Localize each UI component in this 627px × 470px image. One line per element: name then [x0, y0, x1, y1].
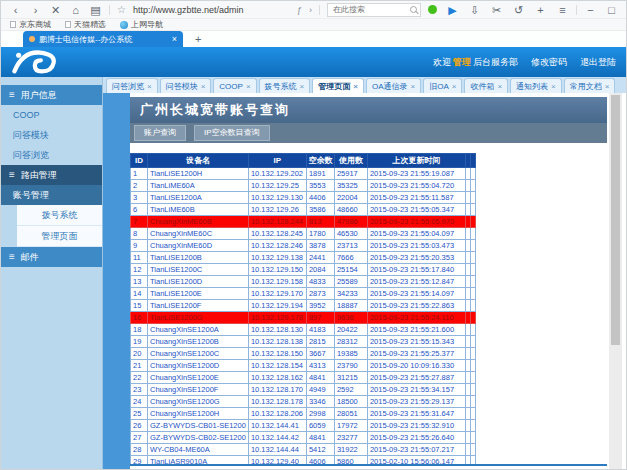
table-cell: 4841	[306, 432, 334, 444]
page-tab-label: 收件箱	[470, 81, 494, 92]
table-cell: 6	[131, 204, 148, 216]
table-cell: 2015-09-23 21:55:11.587	[367, 192, 465, 204]
change-password-link[interactable]: 修改密码	[531, 56, 567, 69]
department-label: 后台服务部	[473, 56, 518, 69]
table-cell: 19385	[334, 348, 367, 360]
back-icon[interactable]: ‹	[9, 2, 22, 18]
download-icon[interactable]: ⇩	[468, 2, 481, 18]
account-table: ID设备名IP空余数使用数上次更新时间1TianLiSE1200H10.132.…	[130, 153, 476, 466]
bookmark-item[interactable]: 京东商城	[10, 19, 51, 30]
undo-icon[interactable]: ↺	[512, 2, 525, 18]
menu-icon[interactable]: ≡	[556, 2, 569, 18]
sidebar-item[interactable]: ≡邮件	[1, 247, 102, 267]
menu-icon: ≡	[9, 247, 15, 267]
restore-icon[interactable]: □	[605, 2, 618, 18]
wechat-icon[interactable]	[428, 5, 437, 14]
search-box[interactable]	[327, 3, 421, 17]
page-tab[interactable]: 问答模块×	[160, 78, 212, 93]
sidebar-item[interactable]: 拨号系统	[17, 205, 102, 226]
close-icon[interactable]: ×	[201, 82, 206, 91]
table-row: 25ChuangXinSE1200H10.132.128.20629982805…	[131, 408, 476, 420]
new-tab-button[interactable]: +	[195, 32, 201, 47]
close-icon[interactable]: ×	[172, 34, 177, 44]
table-cell	[470, 420, 475, 432]
scissors-icon[interactable]: ✂	[490, 2, 503, 18]
sidebar-item[interactable]: ≡用户信息	[1, 85, 102, 105]
sidebar-item[interactable]: 账号管理	[1, 185, 102, 205]
table-cell: 9636	[334, 312, 367, 324]
table-cell: 3586	[306, 204, 334, 216]
sidebar-item[interactable]: 问答模块	[1, 125, 102, 145]
add-icon[interactable]: +	[534, 2, 547, 18]
address-bar[interactable]: http://www.gzbtte.net/admin	[133, 5, 244, 15]
table-cell: 48660	[334, 204, 367, 216]
search-icon[interactable]	[410, 6, 417, 13]
page-tab-label: 旧OA	[429, 81, 449, 92]
close-icon[interactable]: ×	[452, 82, 457, 91]
table-cell: 10.132.128.170	[248, 384, 306, 396]
table-cell: 21	[131, 360, 148, 372]
close-icon[interactable]: ×	[551, 82, 556, 91]
close-icon[interactable]: ×	[410, 82, 415, 91]
table-cell: TianLiME60B	[148, 204, 249, 216]
search-input[interactable]	[331, 4, 399, 15]
sidebar-item[interactable]: 问答浏览	[1, 145, 102, 165]
home-icon[interactable]: ⌂	[69, 2, 82, 18]
sidebar-item[interactable]: 管理页面	[17, 226, 102, 247]
close-icon[interactable]: ×	[246, 82, 251, 91]
table-cell	[470, 192, 475, 204]
browser-tab[interactable]: 鹏博士电信传媒--办公系统 ×	[23, 31, 183, 47]
close-icon[interactable]: ×	[147, 82, 152, 91]
page-tab[interactable]: 管理页面×	[312, 78, 364, 93]
bookmark-star-icon[interactable]: ☆	[117, 4, 126, 15]
close-icon[interactable]: ×	[300, 82, 305, 91]
table-cell: ChuangXinME60B	[148, 216, 249, 228]
page-tab[interactable]: 旧OA×	[423, 78, 462, 93]
table-cell: TianLiSE1200H	[148, 168, 249, 180]
page-tab-label: 拨号系统	[265, 81, 297, 92]
content-panel: 广州长城宽带账号查询 账户查询 IP空余数目查询 ID设备名IP空余数使用数上次…	[130, 93, 607, 466]
table-cell: 5860	[334, 456, 367, 467]
table-cell	[470, 324, 475, 336]
chevron-right-icon[interactable]: ›	[309, 5, 312, 15]
page-tab[interactable]: 常用文档×	[564, 78, 616, 93]
browser-toolbar: ‹›✕⌂▤ ☆ http://www.gzbtte.net/admin ƒ › …	[1, 1, 626, 19]
toolbar-divider	[319, 5, 320, 15]
bookmark-item[interactable]: 上网导航	[120, 19, 163, 30]
forward-icon[interactable]: ›	[29, 2, 42, 18]
logout-link[interactable]: 退出登陆	[580, 56, 616, 69]
page-tab[interactable]: 收件箱×	[464, 78, 508, 93]
scrollbar-thumb[interactable]	[611, 95, 620, 345]
account-query-button[interactable]: 账户查询	[134, 125, 186, 141]
play-icon[interactable]: ▶	[446, 2, 459, 18]
page-tab[interactable]: 问答浏览×	[106, 78, 158, 93]
close-icon[interactable]: ×	[353, 82, 358, 91]
page-tab[interactable]: COOP×	[213, 78, 256, 93]
table-cell: ChuangXinSE1200A	[148, 324, 249, 336]
bookmark-item[interactable]: 天猫精选	[65, 19, 106, 30]
table-cell: 12	[131, 264, 148, 276]
column-header: 上次更新时间	[367, 154, 465, 168]
flash-icon[interactable]: ƒ	[297, 5, 302, 15]
ip-free-count-query-button[interactable]: IP空余数目查询	[194, 125, 270, 141]
table-cell: 2873	[306, 288, 334, 300]
table-cell	[470, 372, 475, 384]
minimize-icon[interactable]: −	[584, 2, 597, 18]
sidebar-item[interactable]: ≡路由管理	[1, 165, 102, 185]
table-row: 3TianLiSE1200A10.132.129.130440622004201…	[131, 192, 476, 204]
table-cell	[470, 384, 475, 396]
vertical-scrollbar[interactable]	[609, 93, 622, 470]
table-cell: 28051	[334, 408, 367, 420]
table-row: 8ChuangXinME60C10.132.128.24517804653020…	[131, 228, 476, 240]
sidebar-item[interactable]: COOP	[1, 105, 102, 125]
page-tab[interactable]: 通知列表×	[510, 78, 562, 93]
close-icon[interactable]: ×	[605, 82, 610, 91]
close-icon[interactable]: ×	[497, 82, 502, 91]
page-tab[interactable]: OA通信录×	[366, 78, 421, 93]
window-control-group: −□	[584, 2, 618, 18]
page-tab[interactable]: 拨号系统×	[259, 78, 311, 93]
table-cell: 24	[131, 396, 148, 408]
reading-mode-icon[interactable]: ▤	[89, 2, 102, 18]
table-cell: 10.132.144.44	[248, 444, 306, 456]
stop-icon[interactable]: ✕	[49, 2, 62, 18]
